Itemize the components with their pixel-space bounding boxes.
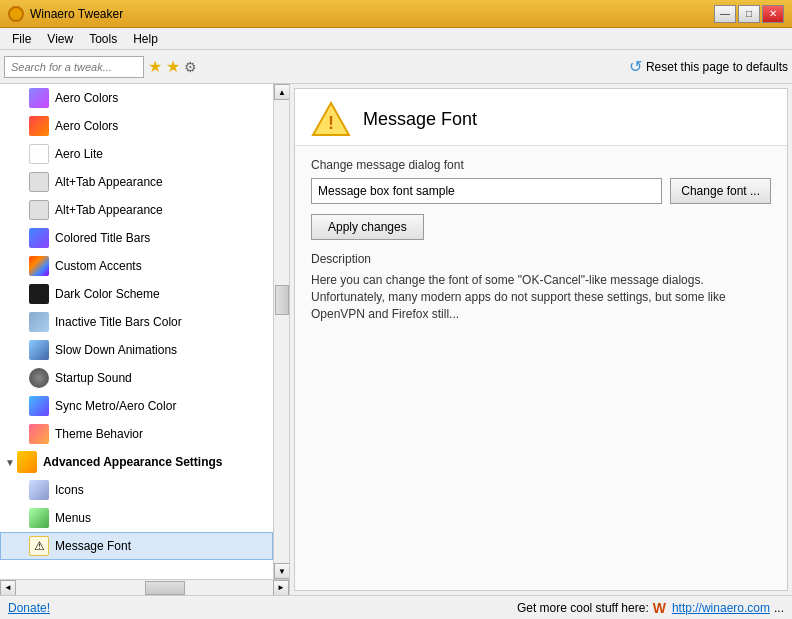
maximize-button[interactable]: □ [738,5,760,23]
title-bar-controls: — □ ✕ [714,5,784,23]
sidebar-item-icons[interactable]: Icons [0,476,273,504]
sidebar-item-colored-title[interactable]: Colored Title Bars [0,224,273,252]
sidebar-item-theme-behavior[interactable]: Theme Behavior [0,420,273,448]
get-more-text: Get more cool stuff here: [517,601,649,615]
dots: ... [774,601,784,615]
apply-changes-button[interactable]: Apply changes [311,214,424,240]
star-icon-1[interactable]: ★ [148,57,162,76]
sidebar-item-aero-colors-1[interactable]: Aero Colors [0,84,273,112]
menu-bar: File View Tools Help [0,28,792,50]
sidebar: Aero Colors Aero Colors Aero Lite [0,84,290,595]
change-font-button[interactable]: Change font ... [670,178,771,204]
winaero-link[interactable]: http://winaero.com [672,601,770,615]
sidebar-item-alttab-2[interactable]: Alt+Tab Appearance [0,196,273,224]
star-icon-2[interactable]: ★ [166,57,180,76]
content-title: Message Font [363,109,477,130]
winaero-w-icon: W [653,600,666,616]
font-sample-row: Change font ... [311,178,771,204]
content-header: ! Message Font [295,89,787,146]
reset-label: Reset this page to defaults [646,60,788,74]
description-label: Description [311,252,771,266]
sidebar-item-message-font[interactable]: ⚠ Message Font [0,532,273,560]
status-bar: Donate! Get more cool stuff here: W http… [0,595,792,619]
status-right: Get more cool stuff here: W http://winae… [517,600,784,616]
sidebar-vertical-scrollbar[interactable]: ▲ ▼ [273,84,289,579]
sidebar-item-menus[interactable]: Menus [0,504,273,532]
scroll-thumb[interactable] [275,285,289,315]
sidebar-inner: Aero Colors Aero Colors Aero Lite [0,84,289,579]
window-title: Winaero Tweaker [30,7,123,21]
gear-icon[interactable]: ⚙ [184,59,197,75]
description-text: Here you can change the font of some "OK… [311,272,771,322]
sidebar-item-custom-accents[interactable]: Custom Accents [0,252,273,280]
donate-link[interactable]: Donate! [8,601,50,615]
sidebar-item-aero-lite[interactable]: Aero Lite [0,140,273,168]
sidebar-items: Aero Colors Aero Colors Aero Lite [0,84,273,579]
main-layout: Aero Colors Aero Colors Aero Lite [0,84,792,595]
sidebar-item-inactive-title[interactable]: Inactive Title Bars Color [0,308,273,336]
sidebar-item-startup-sound[interactable]: Startup Sound [0,364,273,392]
menu-file[interactable]: File [4,30,39,48]
menu-view[interactable]: View [39,30,81,48]
close-button[interactable]: ✕ [762,5,784,23]
toolbar: ★ ★ ⚙ ↺ Reset this page to defaults [0,50,792,84]
scroll-down-button[interactable]: ▼ [274,563,289,579]
menu-help[interactable]: Help [125,30,166,48]
h-scroll-thumb[interactable] [145,581,185,595]
msgfont-icon: ⚠ [29,536,49,556]
font-sample-input[interactable] [311,178,662,204]
scroll-track [274,100,289,563]
title-bar-left: Winaero Tweaker [8,6,123,22]
search-input[interactable] [4,56,144,78]
minimize-button[interactable]: — [714,5,736,23]
field-label: Change message dialog font [311,158,771,172]
scroll-right-button[interactable]: ► [273,580,289,596]
reset-button[interactable]: ↺ Reset this page to defaults [629,57,788,76]
sidebar-item-alttab-1[interactable]: Alt+Tab Appearance [0,168,273,196]
content-body: Change message dialog font Change font .… [295,146,787,590]
sidebar-horizontal-scrollbar[interactable]: ◄ ► [0,579,289,595]
title-bar: Winaero Tweaker — □ ✕ [0,0,792,28]
svg-text:!: ! [328,113,334,133]
scroll-left-button[interactable]: ◄ [0,580,16,596]
sidebar-item-dark-color[interactable]: Dark Color Scheme [0,280,273,308]
scroll-up-button[interactable]: ▲ [274,84,289,100]
reset-icon: ↺ [629,57,642,76]
menu-tools[interactable]: Tools [81,30,125,48]
sidebar-item-slow-anim[interactable]: Slow Down Animations [0,336,273,364]
sidebar-item-advanced-group[interactable]: ▼ Advanced Appearance Settings [0,448,273,476]
sidebar-item-aero-colors-2[interactable]: Aero Colors [0,112,273,140]
h-scroll-track [16,580,273,596]
warning-icon-large: ! [311,101,351,137]
content-panel: ! Message Font Change message dialog fon… [294,88,788,591]
sidebar-item-sync-metro[interactable]: Sync Metro/Aero Color [0,392,273,420]
app-icon [8,6,24,22]
